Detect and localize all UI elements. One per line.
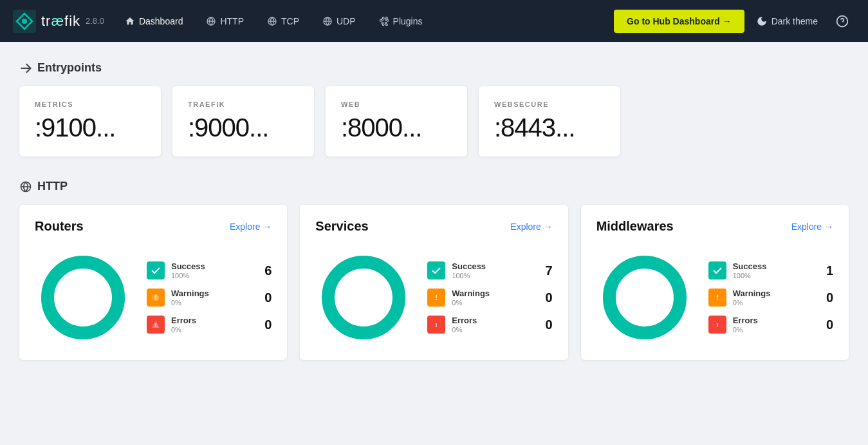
- entry-label-metrics: METRICS: [35, 100, 145, 108]
- udp-icon: [322, 16, 333, 26]
- routers-success-item: Success 100% 6: [147, 261, 272, 279]
- svg-text:!: !: [435, 294, 438, 301]
- logo-text: træfik: [41, 13, 80, 30]
- plugins-icon: [379, 16, 389, 26]
- svg-text:!: !: [154, 294, 157, 301]
- nav-tcp-label: TCP: [281, 16, 299, 26]
- nav-plugins-label: Plugins: [393, 16, 423, 26]
- entry-value-traefik: :9000...: [188, 113, 299, 142]
- nav-http[interactable]: HTTP: [197, 12, 253, 30]
- entry-label-websecure: WEBSECURE: [494, 100, 605, 108]
- middlewares-panel-body: Success 100% 1 ! Warnings 0% 0: [596, 249, 833, 346]
- middlewares-legend: Success 100% 1 ! Warnings 0% 0: [708, 261, 833, 334]
- entrypoints-grid: METRICS :9100... TRAEFIK :9000... WEB :8…: [19, 86, 849, 156]
- routers-explore-link[interactable]: Explore →: [230, 222, 272, 232]
- services-errors-count: 0: [537, 317, 553, 332]
- middlewares-errors-count: 0: [818, 317, 833, 332]
- routers-warnings-count: 0: [256, 290, 272, 305]
- panels-grid: Routers Explore →: [19, 205, 849, 360]
- routers-donut: [35, 249, 131, 346]
- svg-point-19: [341, 275, 386, 320]
- nav-udp-label: UDP: [337, 16, 356, 26]
- middlewares-success-text: Success 100%: [733, 261, 811, 279]
- warning-icon-routers: !: [147, 289, 165, 307]
- services-warnings-count: 0: [537, 290, 553, 305]
- dark-theme-button[interactable]: Dark theme: [750, 12, 824, 31]
- nav-http-label: HTTP: [220, 16, 244, 26]
- routers-panel-title: Routers: [35, 219, 84, 234]
- routers-panel-body: Success 100% 6 ! Warnings 0% 0: [35, 249, 272, 346]
- entry-label-traefik: TRAEFIK: [188, 100, 299, 108]
- help-icon: [836, 15, 849, 28]
- success-icon-routers: [147, 261, 165, 279]
- tcp-icon: [267, 16, 277, 26]
- services-legend: Success 100% 7 ! Warnings 0% 0: [427, 261, 552, 334]
- middlewares-panel: Middlewares Explore →: [581, 205, 849, 360]
- entry-label-web: WEB: [341, 100, 452, 108]
- services-explore-link[interactable]: Explore →: [510, 222, 552, 232]
- entry-value-web: :8000...: [341, 113, 452, 142]
- middlewares-success-count: 1: [818, 263, 833, 278]
- nav-udp[interactable]: UDP: [313, 12, 365, 30]
- error-icon-routers: !: [147, 316, 165, 334]
- entrypoints-section-header: Entrypoints: [19, 61, 849, 75]
- entry-card-web: WEB :8000...: [326, 86, 467, 156]
- routers-errors-count: 0: [256, 317, 272, 332]
- middlewares-errors-item: ! Errors 0% 0: [708, 316, 833, 334]
- home-icon: [125, 16, 135, 26]
- entrypoints-icon: [19, 62, 32, 75]
- middlewares-warnings-item: ! Warnings 0% 0: [708, 289, 833, 307]
- entry-card-traefik: TRAEFIK :9000...: [172, 86, 314, 156]
- routers-legend: Success 100% 6 ! Warnings 0% 0: [147, 261, 272, 334]
- middlewares-donut: [596, 249, 693, 346]
- routers-warnings-text: Warnings 0%: [171, 289, 250, 307]
- svg-point-8: [385, 22, 387, 24]
- services-donut: [315, 249, 412, 346]
- nav-dashboard[interactable]: Dashboard: [116, 12, 192, 30]
- routers-success-text: Success 100%: [171, 261, 250, 279]
- svg-point-6: [385, 19, 387, 21]
- svg-point-5: [382, 19, 383, 21]
- middlewares-errors-text: Errors 0%: [733, 316, 811, 334]
- routers-warnings-item: ! Warnings 0% 0: [147, 289, 272, 307]
- navbar: træfik 2.8.0 Dashboard HTTP TCP UDP Plug…: [0, 0, 868, 42]
- middlewares-success-item: Success 100% 1: [708, 261, 833, 279]
- warning-icon-middlewares: !: [708, 289, 726, 307]
- http-icon: [206, 16, 216, 26]
- svg-text:!: !: [716, 322, 718, 328]
- middlewares-warnings-text: Warnings 0%: [733, 289, 811, 307]
- services-panel-header: Services Explore →: [315, 219, 552, 234]
- routers-success-count: 6: [256, 263, 272, 278]
- services-warnings-text: Warnings 0%: [452, 289, 530, 307]
- svg-point-7: [382, 22, 383, 24]
- http-section-icon: [19, 180, 32, 193]
- svg-text:!: !: [436, 322, 438, 328]
- error-icon-services: !: [427, 316, 445, 334]
- http-section-header: HTTP: [19, 180, 849, 193]
- services-errors-text: Errors 0%: [452, 316, 530, 334]
- svg-point-24: [622, 275, 667, 320]
- routers-panel: Routers Explore →: [19, 205, 287, 360]
- success-icon-services: [427, 261, 445, 279]
- routers-panel-header: Routers Explore →: [35, 219, 272, 234]
- logo: træfik 2.8.0: [13, 10, 104, 33]
- hub-dashboard-button[interactable]: Go to Hub Dashboard →: [614, 10, 744, 33]
- routers-errors-text: Errors 0%: [171, 316, 250, 334]
- http-title: HTTP: [37, 180, 68, 193]
- entry-card-metrics: METRICS :9100...: [19, 86, 161, 156]
- nav-dashboard-label: Dashboard: [139, 16, 183, 26]
- entry-card-websecure: WEBSECURE :8443...: [479, 86, 620, 156]
- nav-tcp[interactable]: TCP: [258, 12, 308, 30]
- services-errors-item: ! Errors 0% 0: [427, 316, 552, 334]
- svg-text:!: !: [155, 322, 157, 328]
- entry-value-metrics: :9100...: [35, 113, 145, 142]
- middlewares-panel-title: Middlewares: [596, 219, 674, 234]
- nav-plugins[interactable]: Plugins: [370, 12, 432, 30]
- middlewares-explore-link[interactable]: Explore →: [791, 222, 833, 232]
- version-label: 2.8.0: [86, 16, 104, 26]
- help-button[interactable]: [829, 11, 855, 32]
- routers-errors-item: ! Errors 0% 0: [147, 316, 272, 334]
- entry-value-websecure: :8443...: [494, 113, 605, 142]
- middlewares-warnings-count: 0: [818, 290, 833, 305]
- services-success-count: 7: [537, 263, 553, 278]
